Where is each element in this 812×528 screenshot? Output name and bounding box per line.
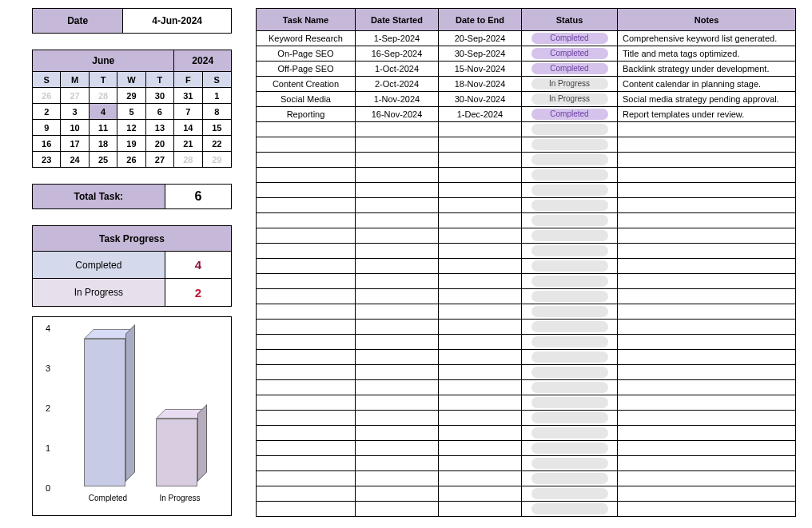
empty-cell[interactable] [439, 335, 522, 350]
calendar-day[interactable]: 28 [90, 87, 117, 103]
calendar-day[interactable]: 5 [117, 103, 145, 119]
empty-cell[interactable] [618, 426, 796, 441]
status-pill-empty[interactable] [531, 185, 608, 196]
task-row[interactable]: On-Page SEO16-Sep-202430-Sep-2024Complet… [257, 46, 796, 62]
status-pill-empty[interactable] [531, 427, 608, 439]
empty-cell[interactable] [618, 471, 796, 486]
task-row-empty[interactable] [257, 395, 796, 411]
task-start-cell[interactable]: 1-Nov-2024 [356, 92, 439, 107]
empty-cell[interactable] [439, 304, 522, 320]
calendar-day[interactable]: 16 [33, 135, 61, 151]
status-pill-empty[interactable] [531, 291, 608, 302]
empty-cell[interactable] [356, 183, 439, 198]
empty-cell[interactable] [257, 122, 356, 137]
empty-cell[interactable] [356, 304, 439, 320]
empty-cell[interactable] [522, 350, 618, 365]
task-notes-cell[interactable]: Content calendar in planning stage. [618, 77, 796, 92]
status-pill-empty[interactable] [531, 260, 608, 272]
status-pill-empty[interactable] [531, 230, 608, 241]
status-pill-empty[interactable] [531, 443, 608, 454]
empty-cell[interactable] [439, 198, 522, 213]
empty-cell[interactable] [618, 228, 796, 244]
task-row[interactable]: Reporting16-Nov-20241-Dec-2024CompletedR… [257, 107, 796, 122]
calendar-day[interactable]: 11 [90, 119, 117, 135]
status-pill[interactable]: In Progress [531, 93, 608, 105]
status-pill-empty[interactable] [531, 473, 608, 484]
empty-cell[interactable] [522, 183, 618, 198]
empty-cell[interactable] [522, 244, 618, 259]
empty-cell[interactable] [522, 289, 618, 304]
task-start-cell[interactable]: 2-Oct-2024 [356, 77, 439, 92]
task-notes-cell[interactable]: Title and meta tags optimized. [618, 46, 796, 62]
calendar-day[interactable]: 4 [90, 103, 117, 119]
calendar-day[interactable]: 25 [90, 151, 117, 167]
task-row-empty[interactable] [257, 380, 796, 395]
empty-cell[interactable] [356, 289, 439, 304]
empty-cell[interactable] [257, 198, 356, 213]
task-name-cell[interactable]: Social Media [257, 92, 356, 107]
empty-cell[interactable] [522, 122, 618, 137]
task-row-empty[interactable] [257, 259, 796, 274]
task-row-empty[interactable] [257, 365, 796, 380]
task-status-cell[interactable]: Completed [522, 62, 618, 77]
calendar-day[interactable]: 28 [174, 151, 202, 167]
empty-cell[interactable] [356, 122, 439, 137]
task-row-empty[interactable] [257, 228, 796, 244]
empty-cell[interactable] [257, 320, 356, 335]
empty-cell[interactable] [618, 395, 796, 411]
empty-cell[interactable] [439, 244, 522, 259]
empty-cell[interactable] [618, 380, 796, 395]
empty-cell[interactable] [618, 441, 796, 456]
empty-cell[interactable] [439, 153, 522, 168]
calendar-day[interactable]: 27 [146, 151, 174, 167]
task-status-cell[interactable]: Completed [522, 46, 618, 62]
task-row-empty[interactable] [257, 304, 796, 320]
empty-cell[interactable] [522, 456, 618, 471]
empty-cell[interactable] [618, 137, 796, 153]
calendar-day[interactable]: 29 [203, 151, 231, 167]
empty-cell[interactable] [618, 365, 796, 380]
empty-cell[interactable] [439, 259, 522, 274]
status-pill-empty[interactable] [531, 154, 608, 165]
empty-cell[interactable] [522, 198, 618, 213]
empty-cell[interactable] [618, 213, 796, 228]
empty-cell[interactable] [439, 183, 522, 198]
empty-cell[interactable] [356, 411, 439, 426]
task-end-cell[interactable]: 15-Nov-2024 [439, 62, 522, 77]
empty-cell[interactable] [522, 502, 618, 517]
status-pill-empty[interactable] [531, 382, 608, 393]
empty-cell[interactable] [618, 183, 796, 198]
empty-cell[interactable] [356, 441, 439, 456]
calendar-day[interactable]: 8 [203, 103, 231, 119]
calendar-day[interactable]: 3 [61, 103, 89, 119]
calendar-day[interactable]: 18 [90, 135, 117, 151]
empty-cell[interactable] [356, 259, 439, 274]
empty-cell[interactable] [522, 213, 618, 228]
calendar-day[interactable]: 12 [117, 119, 145, 135]
empty-cell[interactable] [257, 502, 356, 517]
empty-cell[interactable] [618, 244, 796, 259]
calendar-day[interactable]: 27 [61, 87, 89, 103]
empty-cell[interactable] [439, 168, 522, 183]
empty-cell[interactable] [356, 168, 439, 183]
empty-cell[interactable] [439, 456, 522, 471]
empty-cell[interactable] [618, 168, 796, 183]
task-end-cell[interactable]: 18-Nov-2024 [439, 77, 522, 92]
empty-cell[interactable] [356, 456, 439, 471]
task-row-empty[interactable] [257, 122, 796, 137]
status-pill[interactable]: Completed [531, 48, 608, 59]
empty-cell[interactable] [522, 471, 618, 486]
empty-cell[interactable] [356, 486, 439, 502]
task-start-cell[interactable]: 16-Sep-2024 [356, 46, 439, 62]
empty-cell[interactable] [356, 395, 439, 411]
empty-cell[interactable] [439, 122, 522, 137]
calendar-day[interactable]: 19 [117, 135, 145, 151]
status-pill-empty[interactable] [531, 139, 608, 150]
date-value[interactable]: 4-Jun-2024 [123, 9, 231, 33]
task-row[interactable]: Social Media1-Nov-202430-Nov-2024In Prog… [257, 92, 796, 107]
task-status-cell[interactable]: In Progress [522, 77, 618, 92]
empty-cell[interactable] [522, 486, 618, 502]
calendar-day[interactable]: 1 [203, 87, 231, 103]
task-end-cell[interactable]: 20-Sep-2024 [439, 31, 522, 46]
calendar-day[interactable]: 24 [61, 151, 89, 167]
